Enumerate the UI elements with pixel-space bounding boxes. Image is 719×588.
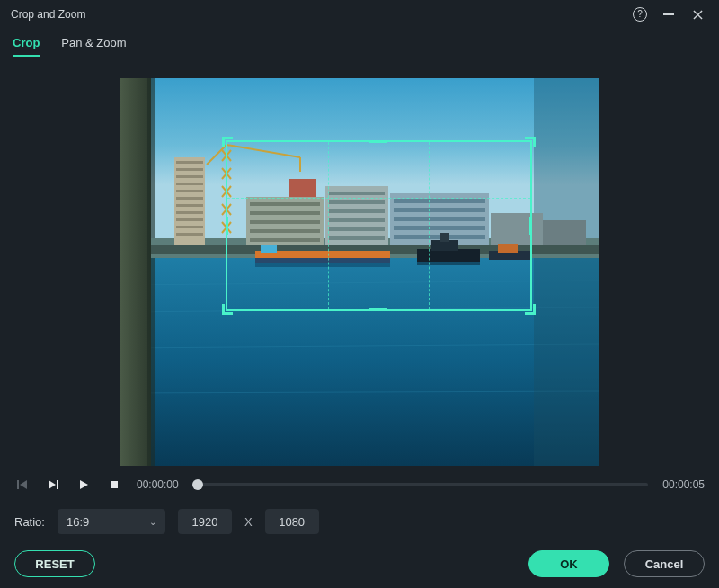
svg-rect-16 [176, 183, 203, 185]
playback-controls: 00:00:00 00:00:05 [0, 466, 719, 493]
crop-grid [328, 142, 329, 309]
titlebar: Crop and Zoom ? [0, 0, 719, 29]
svg-rect-19 [176, 204, 203, 207]
svg-rect-71 [17, 480, 19, 489]
current-time: 00:00:00 [137, 478, 179, 491]
svg-rect-23 [176, 233, 203, 236]
ratio-label: Ratio: [14, 515, 45, 529]
tab-bar: Crop Pan & Zoom [0, 29, 719, 57]
width-value: 1920 [192, 515, 218, 529]
height-input[interactable]: 1080 [265, 509, 319, 534]
svg-marker-73 [49, 480, 56, 489]
svg-rect-20 [176, 211, 203, 214]
crop-handle-top[interactable] [369, 140, 387, 143]
svg-rect-13 [176, 161, 203, 164]
crop-handle-bottom[interactable] [369, 308, 387, 311]
svg-marker-75 [80, 480, 88, 489]
stop-button[interactable] [106, 477, 122, 493]
svg-rect-59 [543, 220, 586, 247]
height-value: 1080 [279, 515, 305, 529]
window-title: Crop and Zoom [11, 8, 85, 21]
svg-rect-8 [120, 78, 151, 466]
svg-rect-10 [534, 78, 599, 466]
minimize-button[interactable] [658, 4, 679, 25]
crop-handle-left[interactable] [226, 217, 228, 235]
dimension-separator: X [244, 515, 253, 529]
play-button[interactable] [75, 477, 92, 493]
crop-handle-br[interactable] [525, 304, 536, 315]
cancel-button[interactable]: Cancel [624, 550, 705, 577]
seek-thumb[interactable] [192, 479, 203, 490]
crop-handle-tl[interactable] [222, 137, 233, 147]
close-button[interactable] [687, 4, 708, 25]
svg-rect-22 [176, 226, 203, 228]
play-icon [77, 478, 90, 491]
next-frame-button[interactable] [45, 477, 61, 493]
total-time: 00:00:05 [662, 478, 705, 491]
minimize-icon [663, 13, 674, 15]
svg-rect-18 [176, 197, 203, 200]
svg-rect-74 [57, 480, 58, 489]
ok-button[interactable]: OK [528, 550, 609, 577]
crop-handle-bl[interactable] [222, 304, 233, 315]
ratio-controls: Ratio: 16:9 ⌄ 1920 X 1080 [0, 493, 719, 534]
crop-handle-right[interactable] [529, 217, 532, 235]
seek-bar[interactable] [193, 483, 649, 486]
svg-rect-15 [176, 175, 203, 178]
crop-grid [227, 254, 529, 254]
help-button[interactable]: ? [629, 4, 651, 25]
chevron-down-icon: ⌄ [149, 517, 156, 527]
width-input[interactable]: 1920 [178, 509, 232, 534]
video-preview[interactable] [120, 78, 599, 466]
svg-rect-14 [176, 168, 203, 171]
help-icon: ? [633, 7, 647, 22]
svg-rect-21 [176, 218, 203, 221]
next-frame-icon [47, 478, 59, 491]
svg-marker-72 [20, 480, 27, 489]
crop-grid [429, 142, 430, 309]
ratio-select[interactable]: 16:9 ⌄ [58, 509, 165, 534]
svg-rect-76 [111, 481, 118, 488]
prev-frame-button[interactable] [14, 477, 31, 493]
reset-button[interactable]: RESET [14, 550, 95, 577]
crop-box[interactable] [226, 140, 531, 311]
svg-rect-17 [176, 190, 203, 192]
action-buttons: RESET OK Cancel [0, 550, 719, 577]
stop-icon [108, 478, 120, 491]
crop-grid [227, 198, 529, 199]
prev-frame-icon [16, 478, 29, 491]
ratio-select-value: 16:9 [67, 515, 89, 529]
crop-handle-tr[interactable] [525, 137, 536, 147]
tab-pan-zoom[interactable]: Pan & Zoom [61, 36, 126, 57]
close-icon [693, 10, 703, 20]
tab-crop[interactable]: Crop [13, 36, 40, 57]
svg-rect-9 [147, 78, 155, 466]
